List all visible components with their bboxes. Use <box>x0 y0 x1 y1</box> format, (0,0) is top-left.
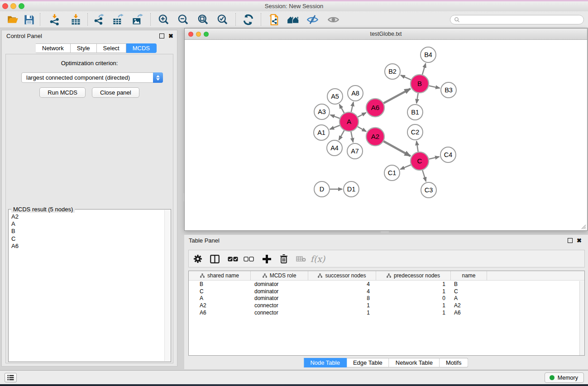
unselect-all-columns-button[interactable] <box>241 252 256 266</box>
zoom-in-button[interactable] <box>155 13 172 26</box>
zoom-traffic-light[interactable] <box>204 32 209 37</box>
graph-edge-A-A5[interactable] <box>339 104 344 113</box>
close-traffic-light[interactable] <box>2 3 8 9</box>
show-all-button[interactable] <box>325 13 341 26</box>
graph-edge-A6-B[interactable] <box>383 89 410 103</box>
column-header[interactable]: name <box>451 271 487 280</box>
graph-node-A6[interactable]: A6 <box>366 99 384 117</box>
column-header[interactable]: MCDS role <box>251 271 308 280</box>
export-network-button[interactable] <box>91 13 107 26</box>
run-mcds-button[interactable]: Run MCDS <box>39 87 86 98</box>
graph-edge-A-A7[interactable] <box>351 132 353 143</box>
graph-node-C4[interactable]: C4 <box>440 147 456 162</box>
graph-node-A3[interactable]: A3 <box>314 104 330 119</box>
table-type-tab[interactable]: Edge Table <box>347 358 389 367</box>
graph-node-D1[interactable]: D1 <box>344 181 359 197</box>
graph-node-A1[interactable]: A1 <box>314 125 329 140</box>
table-type-tab[interactable]: Node Table <box>304 358 347 367</box>
graph-node-B4[interactable]: B4 <box>421 47 436 62</box>
table-settings-button[interactable] <box>190 252 206 266</box>
control-panel-tab[interactable]: Select <box>97 43 126 53</box>
control-panel-tab[interactable]: Style <box>71 43 97 53</box>
network-canvas[interactable]: B4B2BB3A8A5A6A3B1AA1C2A2A4A7C4CC1C3DD1 <box>185 40 587 230</box>
graph-edge-A-A6[interactable] <box>358 113 366 117</box>
select-all-columns-button[interactable] <box>225 252 240 266</box>
close-panel-icon[interactable]: ✖ <box>168 33 173 38</box>
table-row[interactable]: A6 connector 1 1 A6 <box>189 309 584 316</box>
zoom-fit-button[interactable] <box>195 13 211 26</box>
zoom-selected-button[interactable] <box>214 13 230 26</box>
zoom-out-button[interactable] <box>175 13 191 26</box>
graph-edge-A-A4[interactable] <box>339 130 344 140</box>
graph-edge-B-B1[interactable] <box>416 93 418 104</box>
vertical-splitter-handle[interactable] <box>182 193 184 201</box>
result-scrollbar[interactable] <box>164 210 170 361</box>
close-panel-icon[interactable]: ✖ <box>577 238 582 243</box>
graph-edge-A2-C[interactable] <box>383 141 410 156</box>
save-session-button[interactable] <box>21 13 37 26</box>
graph-node-B3[interactable]: B3 <box>441 82 456 98</box>
table-scrollbar[interactable] <box>579 281 584 355</box>
minimize-traffic-light[interactable] <box>196 32 201 37</box>
graph-node-B1[interactable]: B1 <box>407 105 423 120</box>
graph-edge-B-B4[interactable] <box>422 63 425 75</box>
graph-node-A8[interactable]: A8 <box>348 86 363 101</box>
import-table-button[interactable] <box>67 13 84 26</box>
table-type-tab[interactable]: Motifs <box>440 358 468 367</box>
table-row[interactable]: A dominator 8 0 A <box>189 295 584 302</box>
show-column-panel-button[interactable] <box>207 252 222 266</box>
close-panel-button[interactable]: Close panel <box>92 87 139 98</box>
home-button[interactable] <box>285 13 301 26</box>
graph-edge-C-C4[interactable] <box>429 157 439 159</box>
graph-edge-A-A2[interactable] <box>358 127 366 132</box>
column-header[interactable]: shared name <box>189 271 251 280</box>
graph-edge-A-A3[interactable] <box>330 115 340 119</box>
graph-edge-C-C1[interactable] <box>400 165 411 169</box>
export-table-button[interactable] <box>110 13 126 26</box>
search-input[interactable] <box>450 15 584 24</box>
minimize-traffic-light[interactable] <box>10 3 16 9</box>
graph-node-A7[interactable]: A7 <box>347 143 363 159</box>
zoom-traffic-light[interactable] <box>19 3 24 9</box>
control-panel-tab[interactable]: Network <box>36 43 71 53</box>
optimization-criterion-select[interactable]: largest connected component (directed) <box>21 72 163 83</box>
graph-node-A5[interactable]: A5 <box>327 89 343 104</box>
graph-node-A[interactable]: A <box>339 112 359 131</box>
graph-edge-A-A8[interactable] <box>351 102 354 112</box>
graph-edge-B-B3[interactable] <box>429 86 440 88</box>
task-history-button[interactable] <box>5 373 17 382</box>
hide-selected-button[interactable] <box>304 13 320 26</box>
open-session-button[interactable] <box>5 13 21 26</box>
close-traffic-light[interactable] <box>188 32 193 37</box>
table-row[interactable]: B dominator 4 1 B <box>189 281 584 288</box>
resize-grip-icon[interactable] <box>580 223 586 229</box>
graph-node-C1[interactable]: C1 <box>384 165 400 181</box>
graph-node-C2[interactable]: C2 <box>407 124 423 140</box>
delete-table-button-disabled[interactable] <box>293 252 309 266</box>
graph-edge-A-A1[interactable] <box>330 125 340 129</box>
refresh-button[interactable] <box>240 13 256 26</box>
table-type-tab[interactable]: Network Table <box>389 358 440 367</box>
new-network-from-file-button[interactable] <box>266 13 282 26</box>
graph-node-C3[interactable]: C3 <box>421 182 436 198</box>
function-builder-button-disabled[interactable]: f(x) <box>310 252 325 266</box>
export-image-button[interactable] <box>129 13 145 26</box>
import-network-button[interactable] <box>46 13 62 26</box>
graph-node-C[interactable]: C <box>411 152 429 170</box>
float-panel-icon[interactable] <box>568 238 573 243</box>
column-header[interactable]: successor nodes <box>308 271 376 280</box>
create-column-button[interactable] <box>259 252 274 266</box>
graph-node-B[interactable]: B <box>411 75 429 93</box>
memory-button[interactable]: Memory <box>545 372 584 383</box>
graph-node-B2[interactable]: B2 <box>385 64 400 79</box>
graph-node-A4[interactable]: A4 <box>327 140 342 156</box>
graph-edge-B-B2[interactable] <box>401 75 411 80</box>
column-header[interactable]: predecessor nodes <box>376 271 451 280</box>
control-panel-tab[interactable]: MCDS <box>126 43 157 53</box>
table-row[interactable]: A2 connector 1 1 A2 <box>189 302 584 309</box>
graph-edge-C-C2[interactable] <box>416 141 418 152</box>
graph-edge-C-C3[interactable] <box>422 170 426 181</box>
horizontal-splitter-handle[interactable] <box>381 231 389 233</box>
graph-node-D[interactable]: D <box>314 181 330 197</box>
float-panel-icon[interactable] <box>159 33 164 38</box>
